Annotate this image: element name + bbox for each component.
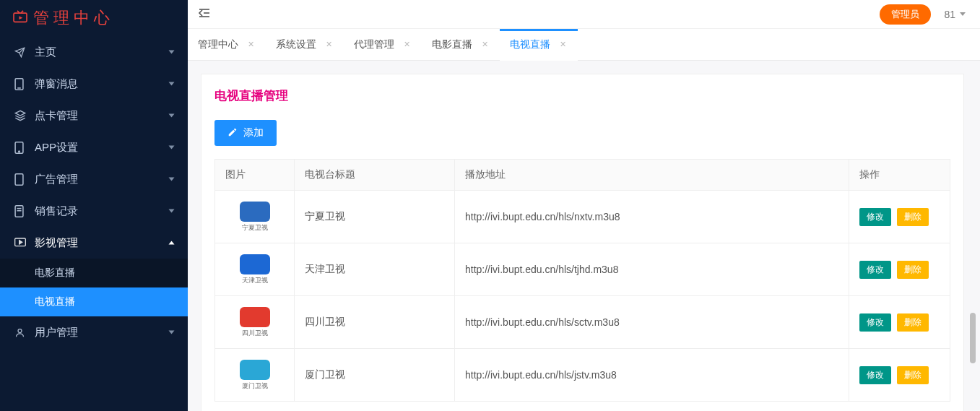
tv-logo: 宁夏卫视 bbox=[226, 195, 284, 238]
content: 电视直播管理 添加 图片 电视台标题 播放地址 操作 bbox=[188, 61, 980, 411]
cell-ops: 修改删除 bbox=[849, 243, 950, 296]
tab-bar: 管理中心✕系统设置✕代理管理✕电影直播✕电视直播✕ bbox=[188, 29, 980, 61]
cell-title: 厦门卫视 bbox=[295, 349, 455, 402]
ad-icon bbox=[14, 173, 30, 186]
app-logo: 管理中心 bbox=[0, 0, 188, 36]
sidebar-subitem-tv[interactable]: 电视直播 bbox=[0, 287, 188, 316]
main-area: 管理员 81 管理中心✕系统设置✕代理管理✕电影直播✕电视直播✕ 电视直播管理 … bbox=[188, 0, 980, 411]
tab-label: 系统设置 bbox=[276, 38, 316, 51]
delete-button[interactable]: 删除 bbox=[897, 261, 929, 279]
chevron-icon bbox=[169, 209, 175, 213]
cell-ops: 修改删除 bbox=[849, 191, 950, 243]
col-title: 电视台标题 bbox=[295, 160, 455, 191]
chevron-icon bbox=[169, 241, 175, 245]
cell-title: 天津卫视 bbox=[295, 243, 455, 296]
close-icon[interactable]: ✕ bbox=[246, 40, 256, 50]
tv-logo: 四川卫视 bbox=[226, 300, 284, 344]
app-title: 管理中心 bbox=[33, 7, 114, 29]
close-icon[interactable]: ✕ bbox=[402, 40, 412, 50]
chevron-icon bbox=[169, 146, 175, 150]
svg-point-14 bbox=[18, 329, 22, 332]
tab-2[interactable]: 代理管理✕ bbox=[344, 29, 422, 60]
svg-marker-1 bbox=[19, 16, 22, 20]
sidebar-item-label: 用户管理 bbox=[35, 326, 170, 339]
sidebar-item-media[interactable]: 影视管理 bbox=[0, 227, 188, 259]
sidebar-item-popup[interactable]: 弹窗消息 bbox=[0, 68, 188, 100]
col-image: 图片 bbox=[215, 160, 295, 191]
account-dropdown[interactable]: 81 bbox=[944, 9, 966, 20]
col-url: 播放地址 bbox=[454, 160, 849, 191]
popup-icon bbox=[14, 78, 30, 90]
cell-url: http://ivi.bupt.edu.cn/hls/nxtv.m3u8 bbox=[454, 191, 849, 243]
svg-point-7 bbox=[19, 151, 20, 152]
table-row: 四川卫视四川卫视http://ivi.bupt.edu.cn/hls/sctv.… bbox=[215, 296, 950, 349]
col-ops: 操作 bbox=[849, 160, 950, 191]
cell-url: http://ivi.bupt.edu.cn/hls/tjhd.m3u8 bbox=[454, 243, 849, 296]
sales-icon bbox=[14, 205, 30, 217]
close-icon[interactable]: ✕ bbox=[480, 40, 490, 50]
sidebar-item-label: 弹窗消息 bbox=[35, 77, 170, 91]
close-icon[interactable]: ✕ bbox=[558, 40, 568, 50]
sidebar-item-label: 主页 bbox=[35, 46, 170, 59]
table-header-row: 图片 电视台标题 播放地址 操作 bbox=[215, 160, 950, 191]
edit-button[interactable]: 修改 bbox=[859, 208, 891, 226]
cell-image: 天津卫视 bbox=[215, 243, 295, 296]
card: 电视直播管理 添加 图片 电视台标题 播放地址 操作 bbox=[201, 74, 964, 411]
content-scroll[interactable]: 电视直播管理 添加 图片 电视台标题 播放地址 操作 bbox=[201, 74, 964, 411]
edit-button[interactable]: 修改 bbox=[859, 366, 891, 384]
tab-label: 代理管理 bbox=[354, 38, 394, 51]
tab-label: 管理中心 bbox=[198, 38, 238, 51]
delete-button[interactable]: 删除 bbox=[897, 208, 929, 226]
sidebar-item-label: 点卡管理 bbox=[35, 109, 170, 123]
chevron-icon bbox=[169, 331, 175, 334]
table-row: 厦门卫视厦门卫视http://ivi.bupt.edu.cn/hls/jstv.… bbox=[215, 349, 950, 402]
cell-title: 四川卫视 bbox=[295, 296, 455, 349]
edit-button[interactable]: 修改 bbox=[859, 313, 891, 332]
home-icon bbox=[14, 47, 30, 58]
tab-3[interactable]: 电影直播✕ bbox=[422, 29, 500, 60]
chevron-icon bbox=[169, 178, 175, 181]
tab-0[interactable]: 管理中心✕ bbox=[188, 29, 266, 60]
cell-url: http://ivi.bupt.edu.cn/hls/jstv.m3u8 bbox=[454, 349, 849, 402]
sidebar-item-label: 影视管理 bbox=[35, 236, 170, 250]
sidebar-item-ad[interactable]: 广告管理 bbox=[0, 163, 188, 195]
svg-rect-8 bbox=[15, 173, 23, 184]
sidebar-item-home[interactable]: 主页 bbox=[0, 36, 188, 68]
tab-label: 电视直播 bbox=[510, 38, 550, 51]
add-button[interactable]: 添加 bbox=[214, 120, 277, 146]
sidebar-subitem-movie[interactable]: 电影直播 bbox=[0, 259, 188, 287]
delete-button[interactable]: 删除 bbox=[897, 313, 929, 332]
cell-url: http://ivi.bupt.edu.cn/hls/sctv.m3u8 bbox=[454, 296, 849, 349]
edit-button[interactable]: 修改 bbox=[859, 261, 891, 279]
page-title: 电视直播管理 bbox=[214, 87, 950, 104]
tv-logo: 厦门卫视 bbox=[226, 353, 284, 397]
tab-1[interactable]: 系统设置✕ bbox=[266, 29, 344, 60]
chevron-icon bbox=[169, 114, 175, 118]
card-icon bbox=[14, 110, 30, 121]
cell-image: 宁夏卫视 bbox=[215, 191, 295, 243]
cell-image: 四川卫视 bbox=[215, 296, 295, 349]
sidebar-nav: 主页弹窗消息点卡管理APP设置广告管理销售记录影视管理电影直播电视直播用户管理 bbox=[0, 36, 188, 411]
sidebar: 管理中心 主页弹窗消息点卡管理APP设置广告管理销售记录影视管理电影直播电视直播… bbox=[0, 0, 188, 411]
sidebar-item-user[interactable]: 用户管理 bbox=[0, 316, 188, 348]
media-icon bbox=[14, 238, 30, 248]
user-icon bbox=[14, 327, 30, 338]
tab-label: 电影直播 bbox=[432, 38, 472, 51]
sidebar-item-appset[interactable]: APP设置 bbox=[0, 131, 188, 163]
role-badge: 管理员 bbox=[880, 4, 931, 25]
table-row: 宁夏卫视宁夏卫视http://ivi.bupt.edu.cn/hls/nxtv.… bbox=[215, 191, 950, 243]
table-row: 天津卫视天津卫视http://ivi.bupt.edu.cn/hls/tjhd.… bbox=[215, 243, 950, 296]
topbar: 管理员 81 bbox=[188, 0, 980, 29]
sidebar-item-sales[interactable]: 销售记录 bbox=[0, 195, 188, 227]
account-name: 81 bbox=[944, 9, 955, 20]
close-icon[interactable]: ✕ bbox=[324, 40, 334, 50]
tv-logo: 天津卫视 bbox=[226, 248, 284, 291]
chevron-down-icon bbox=[960, 12, 966, 16]
sidebar-collapse-toggle[interactable] bbox=[198, 8, 211, 21]
scrollbar-thumb[interactable] bbox=[970, 313, 976, 363]
sidebar-item-card[interactable]: 点卡管理 bbox=[0, 100, 188, 131]
tab-4[interactable]: 电视直播✕ bbox=[500, 29, 578, 60]
pencil-icon bbox=[227, 127, 238, 139]
chevron-icon bbox=[169, 51, 175, 54]
delete-button[interactable]: 删除 bbox=[897, 366, 929, 384]
